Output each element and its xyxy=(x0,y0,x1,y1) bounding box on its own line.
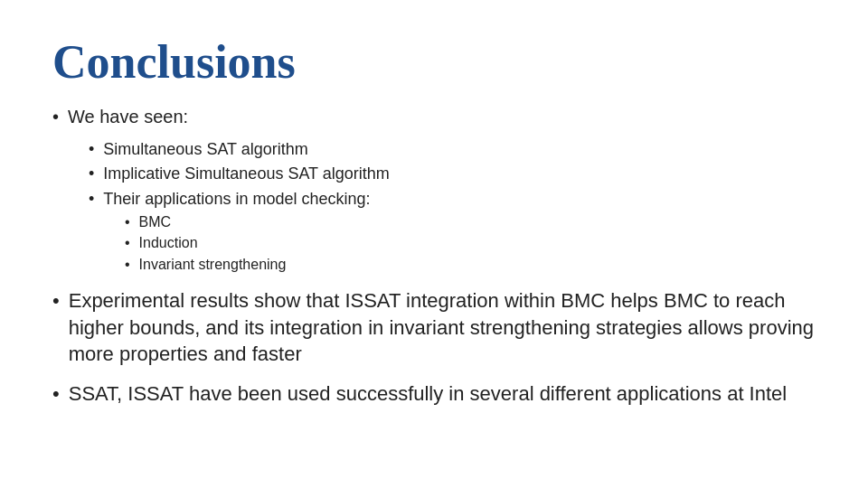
item-text: Simultaneous SAT algorithm xyxy=(103,138,307,161)
bullet-dot: • xyxy=(89,188,94,211)
bullet-dot: • xyxy=(52,287,60,314)
list-item: • We have seen: xyxy=(52,104,816,129)
item-text: SSAT, ISSAT have been used successfully … xyxy=(69,380,787,408)
list-item: • Their applications in model checking: xyxy=(89,188,816,211)
item-text: BMC xyxy=(139,212,172,232)
list-item: • Simultaneous SAT algorithm xyxy=(89,138,816,161)
item-text: Experimental results show that ISSAT int… xyxy=(69,287,816,368)
item-text: Their applications in model checking: xyxy=(103,188,370,211)
slide-content: • We have seen: • Simultaneous SAT algor… xyxy=(52,104,816,461)
item-text: Implicative Simultaneous SAT algorithm xyxy=(103,163,389,185)
list-item: • Experimental results show that ISSAT i… xyxy=(52,287,816,368)
item-text: Induction xyxy=(139,233,198,253)
list-item: • BMC xyxy=(125,212,816,232)
bullet-dot: • xyxy=(125,255,130,275)
list-item: • Implicative Simultaneous SAT algorithm xyxy=(89,163,816,185)
item-text: We have seen: xyxy=(68,104,188,129)
bullet-dot: • xyxy=(125,212,130,232)
list-item: • SSAT, ISSAT have been used successfull… xyxy=(52,380,816,408)
sub-bullet-list: • Simultaneous SAT algorithm • Implicati… xyxy=(89,138,816,275)
bullet-dot: • xyxy=(125,233,130,253)
slide-title: Conclusions xyxy=(52,36,816,88)
list-item: • Induction xyxy=(125,233,816,253)
item-text: Invariant strengthening xyxy=(139,255,287,275)
bullet-dot: • xyxy=(89,163,94,185)
bullet-dot: • xyxy=(52,104,59,129)
bullet-dot: • xyxy=(89,138,94,161)
list-item: • Invariant strengthening xyxy=(125,255,816,275)
bullet-dot: • xyxy=(52,380,60,408)
sub-sub-bullet-list: • BMC • Induction • Invariant strengthen… xyxy=(125,212,816,275)
slide: Conclusions • We have seen: • Simultaneo… xyxy=(0,0,868,488)
